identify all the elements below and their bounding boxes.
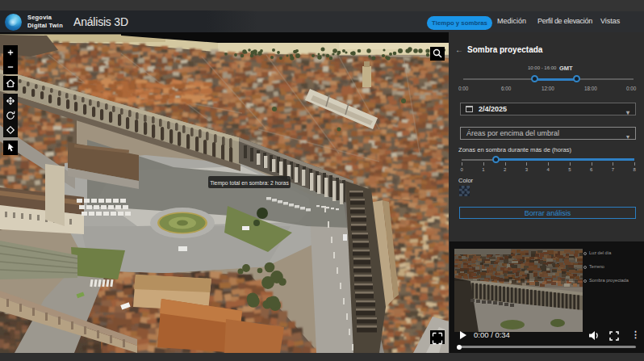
svg-text:Tiempo total en sombra: 2 hora: Tiempo total en sombra: 2 horas — [210, 180, 289, 187]
